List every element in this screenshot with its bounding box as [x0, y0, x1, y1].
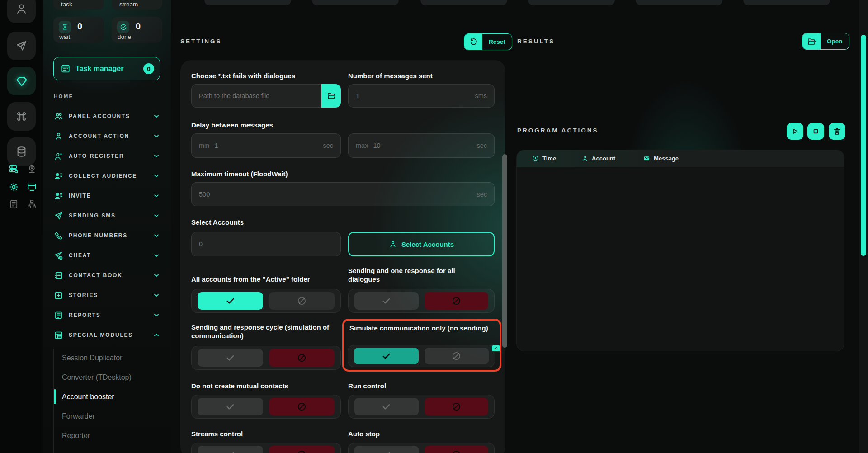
sidebar-item-home[interactable]: HOME — [54, 94, 73, 99]
done-counter-card: 0 done — [112, 17, 162, 43]
toggle-no-option[interactable] — [269, 292, 335, 310]
toggle-no-option[interactable] — [425, 292, 489, 310]
sidebar-item-phone-numbers[interactable]: PHONE NUMBERS — [53, 226, 160, 245]
sidebar-item-reports[interactable]: REPORTS — [53, 305, 160, 325]
toggle-no-option[interactable] — [425, 446, 489, 453]
run-button[interactable] — [787, 123, 803, 140]
top-tab-stub[interactable] — [743, 0, 830, 5]
terminal-icon[interactable] — [26, 181, 37, 192]
toggle-yes-option[interactable] — [198, 349, 263, 367]
gear-icon[interactable] — [8, 181, 19, 192]
accounts-count-input[interactable] — [191, 232, 341, 256]
sidebar-item-label: INVITE — [69, 193, 91, 199]
send-icon — [15, 40, 28, 52]
top-tab-stub[interactable] — [420, 0, 507, 5]
sitemap-icon[interactable] — [26, 198, 37, 209]
submenu-item-account-booster[interactable]: Account booster — [53, 387, 160, 406]
folder-icon — [327, 91, 336, 100]
delay-max-field[interactable] — [373, 142, 472, 149]
clear-button[interactable] — [829, 123, 845, 140]
messages-count-field[interactable] — [356, 92, 470, 99]
stop-button[interactable] — [807, 123, 824, 140]
submenu-item-converter[interactable]: Converter (TDesktop) — [53, 368, 160, 387]
toggle-no-option[interactable] — [269, 398, 335, 415]
toggle-yes-option[interactable] — [354, 446, 419, 453]
sidebar-item-sending-sms[interactable]: SENDING SMS — [53, 206, 160, 226]
toggle-yes-option[interactable] — [354, 398, 419, 415]
submenu-item-reporter[interactable]: Reporter — [53, 426, 160, 445]
messages-count-input[interactable]: sms — [348, 84, 495, 108]
column-message[interactable]: Message — [643, 155, 679, 162]
column-account[interactable]: Account — [581, 155, 615, 162]
toggle-yes-option[interactable] — [198, 446, 263, 453]
toggle-auto-stop — [348, 443, 495, 453]
toggle-no-option[interactable] — [269, 349, 335, 367]
sidebar-item-stories[interactable]: STORIES — [53, 285, 160, 305]
delay-min-unit-label: sec — [323, 142, 333, 149]
table-scrollbar[interactable] — [502, 154, 507, 348]
toggle-no-option[interactable] — [425, 398, 489, 415]
open-results-button[interactable]: Open — [802, 33, 849, 50]
delay-max-input[interactable]: max sec — [348, 133, 495, 158]
messages-field-label: Number of messages sent — [348, 71, 433, 80]
top-tab-stub[interactable] — [528, 0, 615, 5]
column-label: Time — [542, 155, 556, 162]
table-resize-handle[interactable] — [492, 345, 500, 351]
timeout-input[interactable]: sec — [191, 182, 495, 206]
top-tab-stub[interactable] — [636, 0, 722, 5]
profile-button[interactable] — [7, 0, 36, 23]
toggle-mutual-contacts — [191, 395, 341, 419]
submenu-item-forwarder[interactable]: Forwarder — [53, 406, 160, 426]
server-check-icon[interactable] — [8, 164, 19, 175]
top-tab-stub[interactable] — [312, 0, 399, 5]
person-icon — [389, 240, 397, 248]
toggle-yes-option[interactable] — [198, 398, 263, 415]
results-title: RESULTS — [517, 38, 555, 45]
sidebar-item-panel-accounts[interactable]: PANEL ACCOUNTS — [53, 106, 160, 126]
sidebar-item-contact-book[interactable]: CONTACT BOOK — [53, 265, 160, 285]
chevron-down-icon — [153, 232, 160, 239]
chevron-down-icon — [153, 252, 160, 259]
reset-button[interactable]: Reset — [464, 33, 512, 50]
program-actions-title: PROGRAM ACTIONS — [517, 127, 599, 134]
database-path-input[interactable] — [191, 84, 341, 108]
receipt-icon[interactable] — [8, 198, 19, 209]
top-tab-stub[interactable] — [204, 0, 291, 5]
task-manager-button[interactable]: Task manager 0 — [53, 57, 160, 80]
settings-panel: Choose *.txt fails with dialogues Number… — [180, 60, 505, 453]
database-path-field[interactable] — [199, 92, 314, 99]
sidebar-item-invite[interactable]: INVITE — [53, 186, 160, 206]
webcam-icon[interactable] — [26, 164, 37, 175]
person-plus-icon — [53, 151, 63, 161]
sidebar-item-label: PANEL ACCOUNTS — [69, 113, 130, 119]
people-icon — [53, 111, 63, 121]
toggle-no-option[interactable] — [425, 348, 489, 364]
command-button[interactable] — [7, 102, 36, 131]
sidebar-item-special-modules[interactable]: SPECIAL MODULES — [53, 325, 160, 345]
toggle-yes-option[interactable] — [354, 292, 419, 310]
open-button-label: Open — [821, 33, 849, 49]
database-button[interactable] — [7, 137, 36, 166]
select-accounts-button[interactable]: Select Accounts — [348, 232, 495, 256]
sidebar-item-cheat[interactable]: CHEAT — [53, 245, 160, 265]
accounts-count-field[interactable] — [199, 241, 333, 248]
browse-file-button[interactable] — [321, 84, 341, 108]
toggle-yes-option[interactable] — [198, 292, 263, 310]
sidebar-item-account-action[interactable]: ACCOUNT ACTION — [53, 126, 160, 146]
page-scrollbar-thumb[interactable] — [861, 35, 866, 256]
file-field-label: Choose *.txt fails with dialogues — [191, 71, 295, 80]
toggle-no-option[interactable] — [269, 446, 335, 453]
wait-counter-card: 0 wait — [53, 17, 104, 43]
submenu-item-partial[interactable]: Cleaner — [53, 447, 160, 453]
submenu-item-session-duplicator[interactable]: Session Duplicator — [53, 348, 160, 368]
send-button[interactable] — [7, 32, 36, 60]
column-time[interactable]: Time — [532, 155, 556, 162]
sidebar-item-collect-audience[interactable]: COLLECT AUDIENCE — [53, 166, 160, 186]
sidebar-item-auto-register[interactable]: AUTO-REGISTER — [53, 146, 160, 166]
toggle-yes-option[interactable] — [354, 348, 419, 364]
booster-button[interactable] — [7, 67, 36, 95]
delay-min-field[interactable] — [214, 142, 318, 149]
timeout-field[interactable] — [199, 191, 472, 198]
app-window: task stream 0 wait 0 done Task manager 0… — [0, 0, 868, 453]
delay-min-input[interactable]: min sec — [191, 133, 341, 158]
